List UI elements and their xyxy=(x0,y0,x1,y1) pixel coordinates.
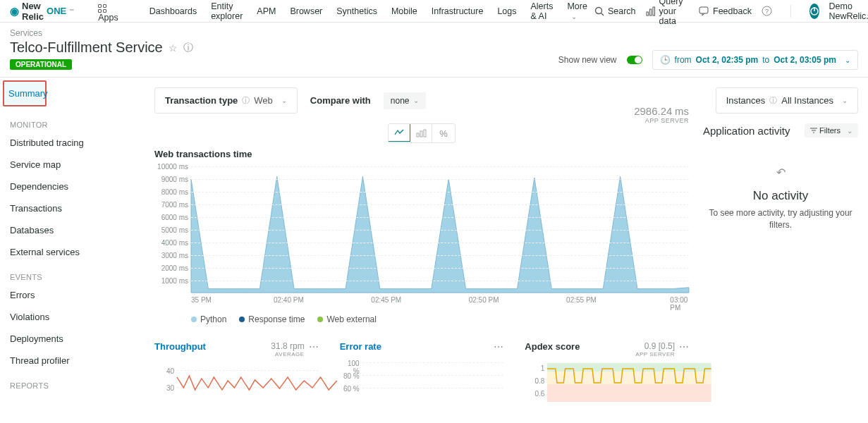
svg-rect-2 xyxy=(647,12,649,16)
sidebar-databases[interactable]: Databases xyxy=(0,219,145,241)
nav-apm[interactable]: APM xyxy=(250,6,283,16)
svg-rect-14 xyxy=(547,363,711,372)
sidebar-violations[interactable]: Violations xyxy=(0,306,145,328)
compare-with-select[interactable]: none⌄ xyxy=(384,92,427,109)
more-icon[interactable]: ⋯ xyxy=(494,341,503,352)
avatar[interactable] xyxy=(809,4,819,19)
sidebar-distributed-tracing[interactable]: Distributed tracing xyxy=(0,132,145,154)
sidebar-monitor-label: MONITOR xyxy=(0,111,145,132)
nav-browser[interactable]: Browser xyxy=(283,6,329,16)
nav-more[interactable]: More ⌄ xyxy=(560,1,594,21)
nav-alerts-ai[interactable]: Alerts & AI xyxy=(524,1,561,21)
instances-select[interactable]: Instances ⓘ All Instances ⌄ xyxy=(716,87,858,114)
sidebar-errors[interactable]: Errors xyxy=(0,284,145,306)
show-new-view-label: Show new view xyxy=(558,55,617,65)
logo-text: New Relic xyxy=(22,1,44,22)
svg-line-1 xyxy=(601,13,604,16)
sidebar-external-services[interactable]: External services xyxy=(0,241,145,263)
no-activity-heading: No activity xyxy=(703,189,858,203)
nav-synthetics[interactable]: Synthetics xyxy=(329,6,384,16)
toolbar: Transaction type ⓘ Web ⌄ Compare with no… xyxy=(154,87,858,114)
compare-with-label: Compare with xyxy=(310,95,371,106)
svg-text:?: ? xyxy=(765,8,769,15)
svg-rect-10 xyxy=(417,133,419,137)
sidebar-summary[interactable]: Summary xyxy=(3,80,47,106)
main-content: Transaction type ⓘ Web ⌄ Compare with no… xyxy=(145,78,868,402)
nav-dashboards[interactable]: Dashboards xyxy=(142,6,204,16)
logo[interactable]: ◉ New Relic ONE™ xyxy=(10,1,74,22)
toggle-percent[interactable]: % xyxy=(432,124,455,142)
star-icon[interactable]: ☆ xyxy=(169,42,178,54)
sidebar-reports-label: REPORTS xyxy=(0,372,145,393)
feedback-icon xyxy=(699,6,709,16)
user-menu[interactable]: Demo NewRelic... ⌄ xyxy=(829,1,869,21)
search-button[interactable]: Search xyxy=(594,6,636,16)
activity-title: Application activity xyxy=(703,125,790,137)
info-icon: ⓘ xyxy=(242,95,250,106)
chart-legend: Python Response time Web external xyxy=(191,314,689,324)
nav-infrastructure[interactable]: Infrastructure xyxy=(424,6,491,16)
sidebar-transactions[interactable]: Transactions xyxy=(0,197,145,219)
legend-web-external[interactable]: Web external xyxy=(317,314,376,324)
svg-rect-3 xyxy=(649,9,652,16)
app-server-metric: 2986.24 xyxy=(634,105,672,117)
clock-icon: 🕒 xyxy=(660,55,671,65)
more-icon[interactable]: ⋯ xyxy=(309,341,319,352)
more-icon[interactable]: ⋯ xyxy=(679,341,689,352)
sidebar-service-map[interactable]: Service map xyxy=(0,154,145,176)
logo-one: ONE xyxy=(47,6,66,16)
svg-rect-11 xyxy=(420,131,422,137)
sidebar-thread-profiler[interactable]: Thread profiler xyxy=(0,350,145,372)
info-icon[interactable]: ⓘ xyxy=(183,42,193,54)
svg-rect-15 xyxy=(547,372,711,384)
chart-view-toggle: % xyxy=(388,123,456,143)
filter-icon xyxy=(810,128,817,133)
page-title: Telco-Fulfillment Service xyxy=(10,39,163,56)
sidebar-dependencies[interactable]: Dependencies xyxy=(0,176,145,197)
chevron-down-icon: ⌄ xyxy=(842,97,848,104)
error-rate-chart[interactable]: Error rate ⋯ 100 % 80 % 60 % xyxy=(340,341,504,402)
apps-icon xyxy=(98,4,106,13)
help-icon[interactable]: ? xyxy=(762,6,772,16)
chart-title: Web transactions time xyxy=(154,149,252,159)
apps-button[interactable]: Apps xyxy=(91,0,126,23)
toggle-area-chart[interactable] xyxy=(388,123,410,142)
sidebar-events-label: EVENTS xyxy=(0,263,145,284)
page-header: Services Telco-Fulfillment Service ☆ ⓘ O… xyxy=(0,23,868,78)
feedback-button[interactable]: Feedback xyxy=(699,6,752,16)
svg-rect-12 xyxy=(424,130,426,137)
nav-logs[interactable]: Logs xyxy=(490,6,523,16)
no-activity-sub: To see more activity, try adjusting your… xyxy=(703,207,858,231)
toggle-bar-chart[interactable] xyxy=(410,124,432,142)
chevron-down-icon: ⌄ xyxy=(281,97,287,104)
svg-rect-16 xyxy=(547,384,711,402)
search-icon xyxy=(594,6,604,16)
legend-response-time[interactable]: Response time xyxy=(239,314,305,324)
legend-python[interactable]: Python xyxy=(191,314,226,324)
svg-rect-4 xyxy=(653,7,655,16)
nav-entity-explorer[interactable]: Entity explorer xyxy=(204,1,250,21)
top-nav: ◉ New Relic ONE™ Apps Dashboards Entity … xyxy=(0,0,868,23)
show-new-view-toggle[interactable] xyxy=(627,56,642,64)
chart-icon xyxy=(646,6,656,16)
web-transactions-chart[interactable]: 10000 ms9000 ms8000 ms7000 ms6000 ms5000… xyxy=(154,166,689,307)
svg-rect-5 xyxy=(699,7,708,13)
throughput-chart[interactable]: Throughput 31.8 rpmAVERAGE ⋯ 40 30 xyxy=(154,341,319,402)
svg-marker-13 xyxy=(191,176,689,293)
filters-button[interactable]: Filters ⌄ xyxy=(805,123,858,137)
logo-icon: ◉ xyxy=(10,5,19,18)
nav-mobile[interactable]: Mobile xyxy=(384,6,424,16)
undo-icon: ↶ xyxy=(703,166,858,179)
transaction-type-select[interactable]: Transaction type ⓘ Web ⌄ xyxy=(154,87,298,114)
svg-point-0 xyxy=(595,7,601,13)
time-picker[interactable]: 🕒 from Oct 2, 02:35 pm to Oct 2, 03:05 p… xyxy=(652,50,858,70)
sidebar: Summary MONITOR Distributed tracing Serv… xyxy=(0,78,145,402)
activity-panel: Application activity Filters ⌄ ↶ No acti… xyxy=(703,123,858,402)
apdex-chart[interactable]: Apdex score 0.9 [0.5]APP SERVER ⋯ 1 0.8 … xyxy=(525,341,689,402)
power-icon xyxy=(809,6,819,16)
sidebar-deployments[interactable]: Deployments xyxy=(0,328,145,350)
info-icon: ⓘ xyxy=(769,95,777,106)
status-badge: OPERATIONAL xyxy=(10,59,72,70)
breadcrumb[interactable]: Services xyxy=(10,28,858,38)
